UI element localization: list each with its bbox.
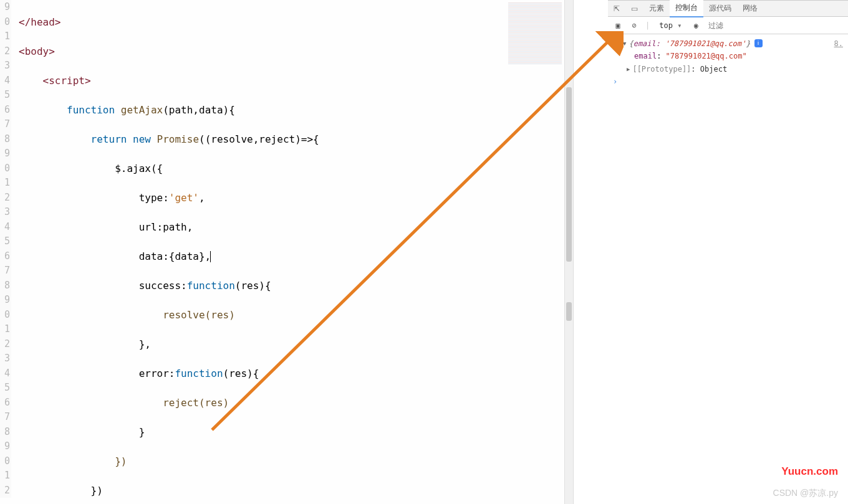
tag-head-close: </head> xyxy=(19,16,60,28)
device-icon[interactable]: ▭ xyxy=(625,1,643,16)
tab-sources[interactable]: 源代码 xyxy=(703,0,737,17)
console-prop-key: email xyxy=(634,50,657,62)
console-toolbar: ▣ ⊘ | top ◉ xyxy=(608,17,848,34)
tag-body: <body> xyxy=(19,45,55,57)
console-prototype: [[Prototype]] xyxy=(632,63,691,75)
reject-call: reject(res) xyxy=(163,397,229,409)
scroll-thumb[interactable] xyxy=(566,87,572,262)
watermark: Yuucn.com xyxy=(781,465,838,478)
jq-ajax: $.ajax( xyxy=(115,163,157,174)
class-promise: Promise xyxy=(157,133,199,145)
tag-script-open: <script> xyxy=(43,75,91,87)
tab-console[interactable]: 控制台 xyxy=(670,0,703,17)
console-summary-key: email: xyxy=(634,39,660,48)
play-icon[interactable]: ▣ xyxy=(613,21,623,31)
devtools-tabs: ⇱ ▭ 元素 控制台 源代码 网络 xyxy=(608,1,848,17)
vertical-scrollbar[interactable] xyxy=(564,0,573,504)
filter-input[interactable] xyxy=(707,21,843,31)
code-content[interactable]: </head> <body> <script> function getAjax… xyxy=(19,0,573,504)
devtools-panel[interactable]: ⇱ ▭ 元素 控制台 源代码 网络 ▣ ⊘ | top ◉ {email: '7… xyxy=(608,0,848,504)
clear-icon[interactable]: ⊘ xyxy=(629,21,639,31)
scroll-thumb-secondary[interactable] xyxy=(566,302,572,321)
minimap[interactable] xyxy=(508,2,562,65)
fn-params: (path,data) xyxy=(163,104,229,116)
kw-return: return xyxy=(91,133,127,145)
console-summary-val: '787991021@qq.com' xyxy=(665,39,746,48)
source-link[interactable]: 8. xyxy=(834,39,843,48)
context-dropdown[interactable]: top xyxy=(656,19,685,32)
inspect-icon[interactable]: ⇱ xyxy=(608,1,625,16)
tab-elements[interactable]: 元素 xyxy=(643,0,670,17)
eye-icon[interactable]: ◉ xyxy=(691,21,701,31)
console-prompt-icon[interactable]: › xyxy=(613,75,617,88)
console-prop-val: "787991021@qq.com" xyxy=(666,50,747,62)
kw-new: new xyxy=(133,133,151,145)
line-gutter: 9012345678901234567890123456789012 xyxy=(0,0,11,498)
data-prop: data:{data}, xyxy=(139,250,211,262)
url-prop: url:path, xyxy=(139,221,193,233)
expand-toggle[interactable] xyxy=(623,37,626,50)
tab-network[interactable]: 网络 xyxy=(737,0,763,17)
kw-function: function xyxy=(67,104,115,116)
proto-expand[interactable] xyxy=(627,62,630,75)
console-output[interactable]: {email: '787991021@qq.com'} i email: "78… xyxy=(608,34,848,90)
text-caret xyxy=(210,251,211,262)
code-editor[interactable]: 9012345678901234567890123456789012 </hea… xyxy=(0,0,574,504)
info-badge-icon[interactable]: i xyxy=(754,39,763,47)
fn-getAjax: getAjax xyxy=(121,104,163,116)
csdn-attribution: CSDN @苏凉.py xyxy=(773,488,838,499)
str-get: 'get' xyxy=(169,192,199,204)
resolve-call: resolve(res) xyxy=(163,309,235,321)
